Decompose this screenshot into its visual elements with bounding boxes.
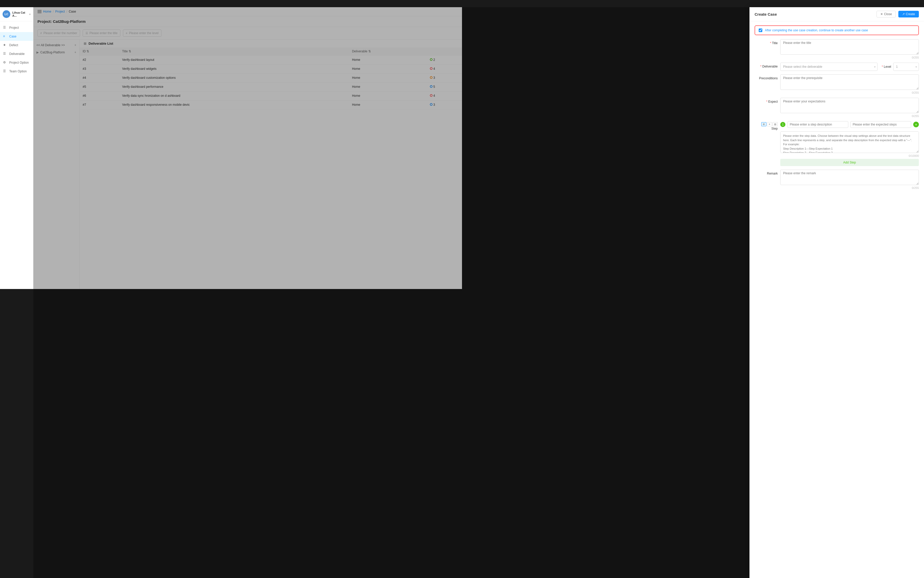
username: Lihua Cat A... (12, 11, 27, 17)
avatar: LC (3, 10, 10, 18)
sidebar-item-label: Defect (9, 43, 18, 47)
deliverable-icon: ☰ (3, 52, 7, 56)
sidebar-item-deliverable[interactable]: ☰ Deliverable (0, 50, 33, 58)
top-bar (0, 0, 462, 7)
sidebar-item-case[interactable]: ≡ Case (0, 32, 33, 41)
case-icon: ≡ (3, 34, 7, 39)
sidebar-item-label: Team Option (9, 70, 27, 73)
dim-overlay (33, 7, 462, 289)
team-option-icon: ☰ (3, 69, 7, 73)
sidebar-item-project-option[interactable]: ⚙ Project Option (0, 58, 33, 67)
sidebar-item-label: Case (9, 35, 16, 38)
sidebar-item-project[interactable]: ☰ Project (0, 23, 33, 32)
sidebar-item-label: Project (9, 26, 19, 29)
sidebar-item-label: Project Option (9, 61, 29, 65)
sidebar-logo[interactable]: LC Lihua Cat A... ▾ (0, 7, 33, 21)
sidebar-item-team-option[interactable]: ☰ Team Option (0, 67, 33, 76)
defect-icon: ★ (3, 43, 7, 47)
sidebar: LC Lihua Cat A... ▾ ☰ Project ≡ Case ★ D… (0, 0, 33, 289)
project-option-icon: ⚙ (3, 60, 7, 65)
sidebar-nav: ☰ Project ≡ Case ★ Defect ☰ Deliverable … (0, 21, 33, 289)
sidebar-item-defect[interactable]: ★ Defect (0, 41, 33, 50)
project-icon: ☰ (3, 26, 7, 30)
dropdown-icon[interactable]: ▾ (29, 13, 31, 16)
sidebar-item-label: Deliverable (9, 52, 24, 56)
